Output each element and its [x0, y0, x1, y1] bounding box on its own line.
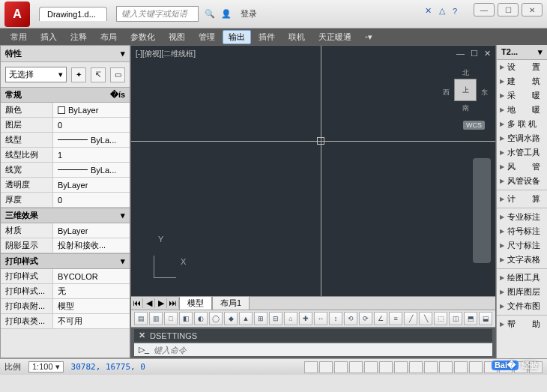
tool-icon-8[interactable]: ⊞ — [254, 312, 268, 325]
tab-first-icon[interactable]: ⏮ — [131, 298, 143, 308]
cloud-icon[interactable]: △ — [439, 6, 445, 16]
tool-icon-16[interactable]: ∠ — [374, 312, 387, 325]
menu-参数化[interactable]: 参数化 — [124, 30, 161, 44]
palette-item[interactable]: ▶尺寸标注 — [497, 238, 547, 253]
tool-icon-21[interactable]: ◫ — [449, 312, 462, 325]
menu-注释[interactable]: 注释 — [64, 30, 93, 44]
navigation-bar[interactable] — [473, 158, 491, 263]
palette-item[interactable]: ▶绘图工具 — [497, 271, 547, 285]
tool-icon-1[interactable]: ▥ — [149, 312, 163, 325]
property-row[interactable]: 打印表附...模型 — [1, 299, 130, 314]
property-row[interactable]: 阴影显示投射和接收... — [1, 238, 130, 253]
status-toggle-8[interactable] — [424, 361, 438, 373]
property-row[interactable]: 打印样式BYCOLOR — [1, 269, 130, 284]
app-logo[interactable]: A — [4, 1, 30, 27]
palette-item[interactable]: ▶帮 助 — [497, 317, 547, 331]
toggle-pim-icon[interactable]: ▭ — [110, 67, 125, 82]
menu-联机[interactable]: 联机 — [282, 30, 311, 44]
close-button[interactable]: ✕ — [522, 3, 543, 16]
palette-item[interactable]: ▶计 算 — [497, 192, 547, 206]
view-cube[interactable]: 北 西 东 南 上 — [443, 68, 488, 113]
menu-overflow-icon[interactable]: ◦▾ — [359, 31, 378, 43]
palette-item[interactable]: ▶风管设备 — [497, 174, 547, 188]
document-tab[interactable]: Drawing1.d... — [39, 7, 107, 21]
viewport-label[interactable]: [-][俯视][二维线框] — [136, 49, 196, 59]
tool-icon-7[interactable]: ▲ — [239, 312, 253, 325]
palette-item[interactable]: ▶文件布图 — [497, 299, 547, 313]
status-toggle-15[interactable] — [529, 361, 543, 373]
tab-layout1[interactable]: 布局1 — [212, 296, 250, 310]
property-row[interactable]: 厚度0 — [1, 193, 130, 208]
property-row[interactable]: 线型比例1 — [1, 148, 130, 163]
status-toggle-11[interactable] — [469, 361, 483, 373]
section-general[interactable]: 常规�ís — [1, 87, 130, 103]
help-icon[interactable]: ? — [453, 7, 457, 16]
tool-icon-5[interactable]: ◯ — [209, 312, 223, 325]
tab-last-icon[interactable]: ⏭ — [167, 298, 179, 308]
menu-插件[interactable]: 插件 — [253, 30, 281, 44]
login-link[interactable]: 登录 — [241, 8, 257, 19]
vp-close-icon[interactable]: ✕ — [484, 49, 491, 58]
property-value[interactable]: ByLayer — [53, 178, 130, 192]
vp-maximize-icon[interactable]: ☐ — [471, 49, 478, 58]
tool-icon-14[interactable]: ⟲ — [344, 312, 357, 325]
status-toggle-12[interactable] — [484, 361, 498, 373]
section-print[interactable]: 打印样式▾ — [1, 253, 130, 269]
tab-next-icon[interactable]: ▶ — [155, 298, 167, 308]
property-value[interactable]: 0 — [53, 193, 130, 207]
status-toggle-13[interactable] — [499, 361, 513, 373]
status-toggle-6[interactable] — [394, 361, 408, 373]
status-toggle-9[interactable] — [439, 361, 453, 373]
property-row[interactable]: 材质ByLayer — [1, 223, 130, 238]
menu-布局[interactable]: 布局 — [94, 30, 123, 44]
menu-输出[interactable]: 输出 — [223, 30, 251, 44]
status-toggle-2[interactable] — [334, 361, 348, 373]
palette-item[interactable]: ▶空调水路 — [497, 131, 547, 145]
tool-icon-18[interactable]: ╱ — [404, 312, 417, 325]
vp-minimize-icon[interactable]: — — [456, 49, 465, 58]
select-objects-icon[interactable]: ↸ — [91, 67, 106, 82]
palette-item[interactable]: ▶地 暖 — [497, 103, 547, 117]
panel-menu-icon[interactable]: ▾ — [121, 49, 125, 58]
palette-item[interactable]: ▶采 暖 — [497, 88, 547, 103]
palette-item[interactable]: ▶水管工具 — [497, 145, 547, 160]
property-value[interactable]: 1 — [53, 148, 130, 162]
property-row[interactable]: 线宽ByLa... — [1, 163, 130, 178]
palette-item[interactable]: ▶文字表格 — [497, 253, 547, 267]
panel-menu-icon[interactable]: ▾ — [538, 47, 543, 57]
tool-icon-0[interactable]: ▤ — [134, 312, 148, 325]
status-toggle-4[interactable] — [364, 361, 378, 373]
tab-prev-icon[interactable]: ◀ — [143, 298, 155, 308]
property-value[interactable]: ByLayer — [53, 103, 130, 117]
maximize-button[interactable]: ☐ — [498, 3, 519, 16]
selection-dropdown[interactable]: 无选择 ▾ — [5, 67, 67, 82]
menu-管理[interactable]: 管理 — [193, 30, 221, 44]
palette-item[interactable]: ▶建 筑 — [497, 74, 547, 88]
quick-select-icon[interactable]: ✦ — [71, 67, 86, 82]
status-toggle-3[interactable] — [349, 361, 363, 373]
tab-model[interactable]: 模型 — [179, 296, 212, 310]
property-row[interactable]: 图层0 — [1, 118, 130, 133]
viewport[interactable]: [-][俯视][二维线框] — ☐ ✕ 北 西 东 南 上 WCS Y X — [131, 46, 495, 296]
status-toggle-14[interactable] — [514, 361, 528, 373]
menu-视图[interactable]: 视图 — [163, 30, 191, 44]
command-close-icon[interactable]: ✕ — [139, 331, 145, 340]
tool-icon-4[interactable]: ◐ — [194, 312, 208, 325]
tool-icon-2[interactable]: □ — [164, 312, 178, 325]
palette-item[interactable]: ▶专业标注 — [497, 210, 547, 224]
property-value[interactable]: ByLa... — [53, 133, 130, 147]
property-value[interactable]: ByLayer — [53, 223, 130, 238]
property-value[interactable]: 0 — [53, 118, 130, 132]
property-row[interactable]: 打印表类...不可用 — [1, 314, 130, 329]
tool-icon-11[interactable]: ✚ — [299, 312, 312, 325]
palette-item[interactable]: ▶风 管 — [497, 160, 547, 174]
tool-icon-12[interactable]: ↔ — [314, 312, 327, 325]
status-toggle-5[interactable] — [379, 361, 393, 373]
property-value[interactable]: 投射和接收... — [53, 238, 130, 253]
palette-item[interactable]: ▶多 联 机 — [497, 117, 547, 131]
menu-插入[interactable]: 插入 — [34, 30, 63, 44]
search-icon[interactable]: 🔍 — [205, 9, 215, 19]
tool-icon-22[interactable]: ⬒ — [464, 312, 477, 325]
tool-icon-19[interactable]: ╲ — [419, 312, 432, 325]
tool-icon-20[interactable]: ⬚ — [434, 312, 447, 325]
